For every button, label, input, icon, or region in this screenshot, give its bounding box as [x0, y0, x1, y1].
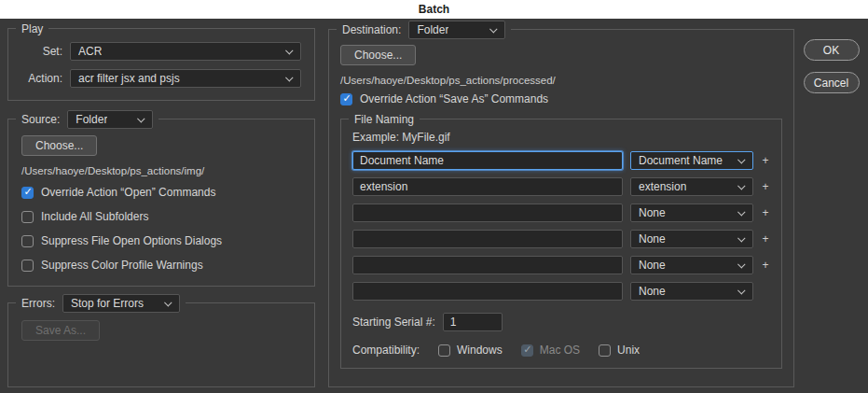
cancel-button[interactable]: Cancel [804, 72, 860, 93]
destination-select-value: Folder [417, 23, 448, 36]
chevron-down-icon [737, 208, 745, 216]
destination-group: Destination: Folder Choose... /Users/hao… [328, 29, 794, 387]
override-save-as-label: Override Action “Save As” Commands [360, 92, 548, 105]
set-select[interactable]: ACR [70, 42, 301, 61]
play-legend-label: Play [21, 22, 43, 35]
source-path: /Users/haoye/Desktop/ps_actions/img/ [21, 165, 301, 176]
file-naming-select-3-value: None [639, 206, 666, 219]
file-naming-row-2: extension + [352, 177, 770, 196]
source-select[interactable]: Folder [67, 110, 153, 129]
action-select-value: acr filter jsx and psjs [78, 72, 180, 85]
suppress-open-dialogs-label: Suppress File Open Options Dialogs [41, 234, 222, 247]
file-naming-select-2[interactable]: extension [630, 177, 753, 196]
compat-windows-row[interactable]: Windows [438, 344, 503, 357]
dialog-title: Batch [419, 3, 449, 16]
file-naming-select-6-value: None [639, 285, 666, 298]
file-naming-select-2-value: extension [639, 180, 686, 193]
file-naming-select-1[interactable]: Document Name [630, 151, 753, 170]
ok-button[interactable]: OK [804, 39, 860, 61]
destination-label: Destination: [342, 23, 401, 36]
set-row: Set: ACR [21, 42, 301, 61]
file-naming-legend: File Naming [349, 112, 420, 126]
compat-windows-label: Windows [457, 344, 503, 357]
middle-column: Destination: Folder Choose... /Users/hao… [328, 19, 794, 387]
plus-separator: + [761, 206, 770, 219]
override-open-checkbox-row[interactable]: Override Action “Open” Commands [21, 184, 301, 201]
file-naming-select-6[interactable]: None [630, 282, 753, 301]
source-label: Source: [21, 113, 60, 126]
left-column: Play Set: ACR Action: acr filter jsx and… [7, 19, 315, 387]
action-select[interactable]: acr filter jsx and psjs [70, 69, 301, 88]
play-group: Play Set: ACR Action: acr filter jsx and… [7, 28, 315, 101]
chevron-down-icon [737, 260, 745, 268]
chevron-down-icon [737, 287, 745, 294]
dialog-titlebar: Batch [0, 0, 868, 19]
play-group-legend: Play [16, 21, 48, 35]
chevron-down-icon [285, 74, 293, 81]
batch-dialog: Play Set: ACR Action: acr filter jsx and… [0, 19, 868, 393]
chevron-down-icon [137, 115, 145, 122]
source-group: Source: Folder Choose... /Users/haoye/De… [7, 119, 315, 287]
override-save-as-checkbox-row[interactable]: Override Action “Save As” Commands [340, 92, 782, 105]
source-group-legend: Source: Folder [16, 109, 158, 130]
suppress-color-warnings-label: Suppress Color Profile Warnings [41, 259, 203, 272]
file-naming-group: File Naming Example: MyFile.gif Document… [340, 119, 782, 369]
action-row: Action: acr filter jsx and psjs [21, 69, 301, 88]
file-naming-input-4[interactable] [352, 230, 623, 248]
save-as-button[interactable]: Save As... [21, 320, 100, 341]
file-naming-input-2[interactable] [352, 177, 623, 196]
chevron-down-icon [285, 47, 293, 54]
compat-unix-row[interactable]: Unix [599, 344, 640, 357]
suppress-color-warnings-checkbox-row[interactable]: Suppress Color Profile Warnings [21, 257, 301, 274]
file-naming-row-4: None + [352, 230, 770, 248]
action-label: Action: [21, 72, 62, 85]
compat-unix-label: Unix [617, 344, 640, 357]
compat-windows-checkbox[interactable] [438, 344, 450, 357]
file-naming-select-4[interactable]: None [630, 230, 753, 248]
destination-select[interactable]: Folder [408, 21, 505, 39]
suppress-open-dialogs-checkbox-row[interactable]: Suppress File Open Options Dialogs [21, 232, 301, 249]
suppress-open-dialogs-checkbox[interactable] [21, 235, 34, 247]
chevron-down-icon [489, 25, 497, 33]
errors-label: Errors: [21, 297, 55, 310]
starting-serial-row: Starting Serial #: [352, 313, 770, 331]
file-naming-input-1[interactable] [352, 151, 623, 170]
override-open-checkbox[interactable] [21, 187, 34, 199]
file-naming-select-5[interactable]: None [630, 256, 753, 274]
starting-serial-input[interactable] [443, 313, 503, 331]
destination-group-legend: Destination: Folder [337, 20, 511, 40]
destination-path: /Users/haoye/Desktop/ps_actions/processe… [340, 75, 782, 86]
destination-choose-button[interactable]: Choose... [340, 45, 416, 65]
chevron-down-icon [737, 182, 745, 189]
file-naming-select-3[interactable]: None [630, 204, 753, 222]
file-naming-row-6: None + [352, 282, 770, 301]
plus-separator: + [761, 232, 770, 246]
file-naming-example: Example: MyFile.gif [352, 131, 770, 144]
file-naming-legend-label: File Naming [354, 113, 414, 126]
override-save-as-checkbox[interactable] [340, 93, 352, 105]
chevron-down-icon [737, 156, 745, 163]
errors-select-value: Stop for Errors [71, 297, 144, 310]
file-naming-select-5-value: None [639, 259, 666, 272]
source-select-value: Folder [76, 113, 107, 126]
include-subfolders-checkbox[interactable] [21, 211, 34, 223]
file-naming-input-5[interactable] [352, 256, 623, 274]
errors-group: Errors: Stop for Errors Save As... [7, 302, 315, 387]
file-naming-row-3: None + [352, 204, 770, 222]
set-label: Set: [21, 45, 62, 58]
compat-macos-checkbox [521, 344, 533, 357]
errors-select[interactable]: Stop for Errors [62, 294, 180, 313]
starting-serial-label: Starting Serial #: [352, 316, 435, 329]
file-naming-input-3[interactable] [352, 204, 623, 222]
include-subfolders-label: Include All Subfolders [41, 210, 148, 223]
file-naming-select-1-value: Document Name [639, 154, 723, 167]
chevron-down-icon [164, 299, 172, 306]
source-choose-button[interactable]: Choose... [21, 135, 97, 156]
compat-unix-checkbox[interactable] [599, 344, 611, 357]
suppress-color-warnings-checkbox[interactable] [21, 260, 34, 272]
file-naming-row-5: None + [352, 256, 770, 274]
include-subfolders-checkbox-row[interactable]: Include All Subfolders [21, 208, 301, 225]
plus-separator: + [761, 180, 770, 193]
file-naming-input-6[interactable] [352, 282, 623, 301]
plus-separator: + [761, 259, 770, 272]
